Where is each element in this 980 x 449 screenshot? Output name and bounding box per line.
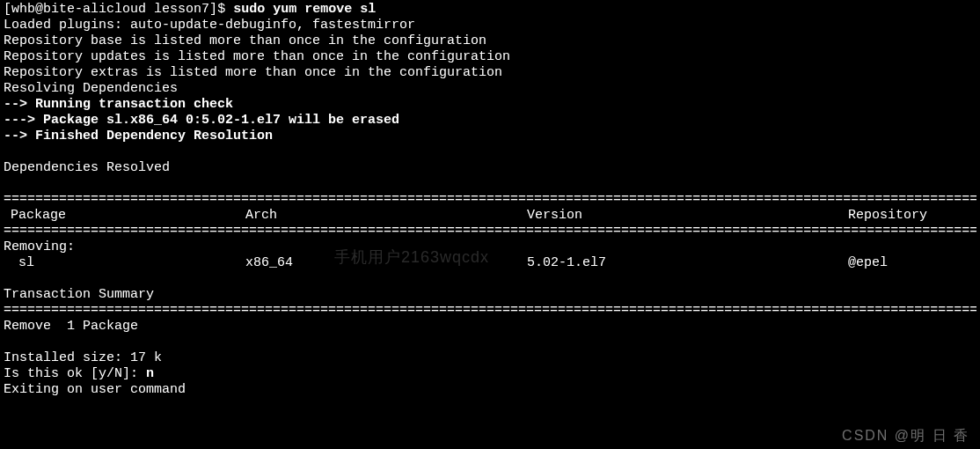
output-line: Resolving Dependencies — [4, 81, 976, 97]
table-header-row: Package Arch Version Repository — [4, 208, 976, 224]
table-row: sl x86_64 5.02-1.el7 @epel — [4, 255, 976, 271]
separator-line: ========================================… — [4, 303, 976, 319]
blank-line — [4, 335, 976, 350]
cell-repository: @epel — [848, 255, 976, 271]
prompt-host: bite-alicloud — [43, 2, 146, 17]
removing-label: Removing: — [4, 239, 976, 255]
col-header-package: Package — [4, 208, 245, 224]
watermark-corner: CSDN @明 日 香 — [842, 427, 969, 444]
output-line: Repository extras is listed more than on… — [4, 65, 976, 81]
summary-remove: Remove 1 Package — [4, 319, 976, 335]
summary-title: Transaction Summary — [4, 287, 976, 303]
prompt-cwd: lesson7 — [154, 2, 209, 17]
confirm-answer: n — [146, 366, 154, 381]
prompt-line[interactable]: [whb@bite-alicloud lesson7]$ sudo yum re… — [4, 2, 976, 18]
blank-line — [4, 271, 976, 287]
cell-package: sl — [4, 255, 245, 271]
separator-line: ========================================… — [4, 224, 976, 239]
summary-size: Installed size: 17 k — [4, 350, 976, 366]
prompt-symbol: $ — [217, 2, 225, 17]
col-header-repository: Repository — [848, 208, 976, 224]
cell-arch: x86_64 — [245, 255, 527, 271]
command-text: sudo yum remove sl — [233, 2, 376, 17]
output-line: --> Running transaction check — [4, 97, 976, 113]
prompt-user: whb — [11, 2, 35, 17]
output-line: Loaded plugins: auto-update-debuginfo, f… — [4, 18, 976, 33]
exiting-line: Exiting on user command — [4, 382, 976, 398]
confirm-prompt: Is this ok [y/N]: — [4, 366, 146, 381]
blank-line — [4, 144, 976, 160]
cell-version: 5.02-1.el7 — [527, 255, 848, 271]
output-line: Repository updates is listed more than o… — [4, 49, 976, 65]
confirm-line[interactable]: Is this ok [y/N]: n — [4, 366, 976, 382]
output-line: Dependencies Resolved — [4, 160, 976, 176]
output-line: ---> Package sl.x86_64 0:5.02-1.el7 will… — [4, 113, 976, 129]
col-header-version: Version — [527, 208, 848, 224]
output-line: --> Finished Dependency Resolution — [4, 129, 976, 144]
output-line: Repository base is listed more than once… — [4, 33, 976, 49]
blank-line — [4, 176, 976, 192]
col-header-arch: Arch — [245, 208, 527, 224]
separator-line: ========================================… — [4, 192, 976, 208]
